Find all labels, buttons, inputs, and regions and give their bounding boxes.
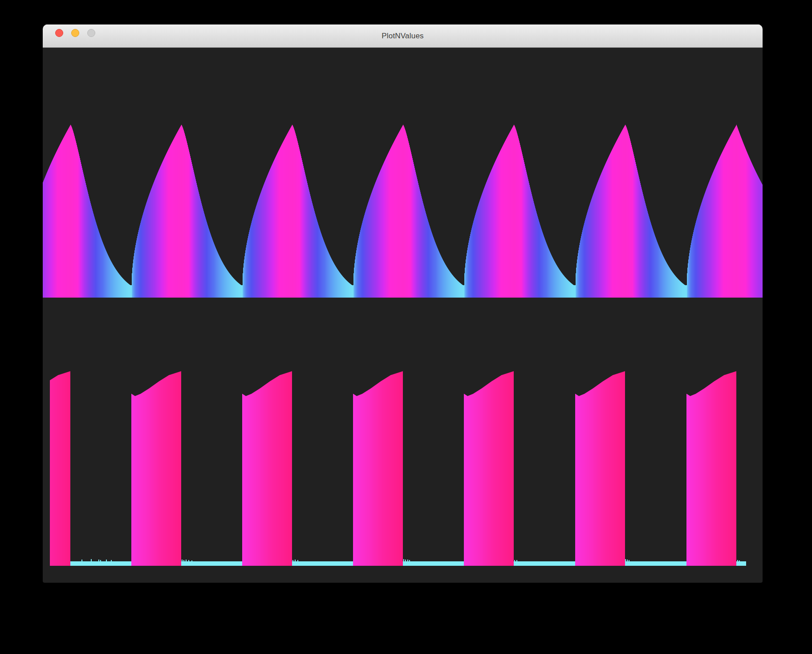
window-title: PlotNValues bbox=[43, 25, 763, 47]
titlebar[interactable]: PlotNValues bbox=[43, 25, 763, 48]
plots-canvas bbox=[43, 48, 763, 583]
plot-window: PlotNValues bbox=[43, 25, 763, 583]
screen: { "page": { "background": "#000000" }, "… bbox=[0, 0, 812, 654]
plot-content-area bbox=[43, 48, 763, 583]
